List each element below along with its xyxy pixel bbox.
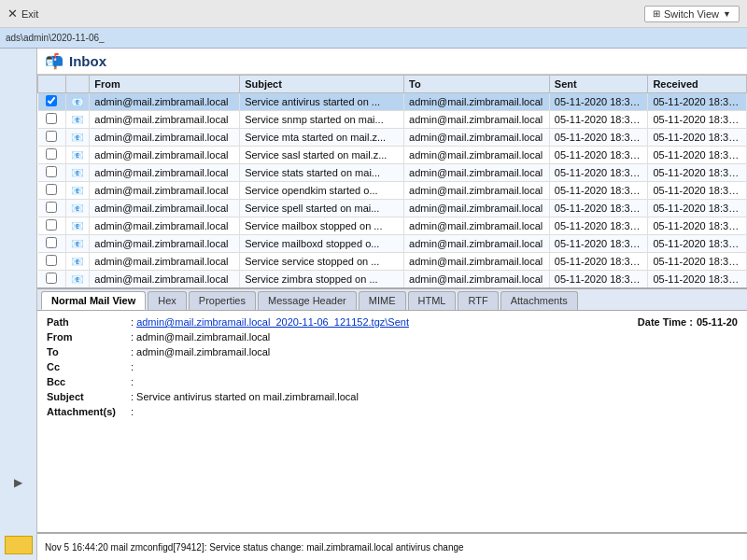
col-header-to[interactable]: To (404, 76, 550, 93)
table-row[interactable]: 📧 admin@mail.zimbramail.local Service ma… (38, 217, 747, 235)
col-header-subject[interactable]: Subject (240, 76, 404, 93)
sidebar-collapse-arrow[interactable]: ▶ (14, 476, 22, 489)
email-sent: 05-11-2020 18:30:54 (549, 182, 648, 200)
subject-row: Subject : Service antivirus started on m… (47, 391, 738, 402)
email-sent: 05-11-2020 18:30:56 (549, 164, 648, 182)
email-subject: Service stats started on mai... (240, 164, 404, 182)
email-sent: 05-11-2020 18:30:54 (549, 147, 648, 164)
email-received: 05-11-2020 18:30:54 (648, 129, 747, 147)
email-to: admin@mail.zimbramail.local (404, 93, 550, 111)
email-from: admin@mail.zimbramail.local (90, 271, 240, 288)
bcc-label: Bcc (47, 376, 131, 387)
email-icon: 📧 (71, 114, 84, 125)
email-icon: 📧 (71, 220, 84, 231)
email-icon: 📧 (71, 96, 84, 107)
email-received: 05-11-2020 18:30:56 (648, 164, 747, 182)
tab-properties[interactable]: Properties (189, 291, 256, 310)
datetime-value: 05-11-20 (697, 316, 738, 328)
table-row[interactable]: 📧 admin@mail.zimbramail.local Service ma… (38, 235, 747, 253)
tab-attachments[interactable]: Attachments (500, 291, 578, 310)
tab-rtf[interactable]: RTF (458, 291, 498, 310)
table-row[interactable]: 📧 admin@mail.zimbramail.local Service sn… (38, 111, 747, 129)
email-icon-cell: 📧 (66, 200, 90, 217)
table-row[interactable]: 📧 admin@mail.zimbramail.local Service sa… (38, 147, 747, 164)
email-checkbox-cell[interactable] (38, 182, 66, 200)
attachments-label: Attachment(s) (47, 406, 131, 417)
email-subject: Service antivirus started on ... (240, 93, 404, 111)
tab-html[interactable]: HTML (408, 291, 457, 310)
switch-view-label: Switch View (664, 8, 719, 20)
email-icon-cell: 📧 (66, 129, 90, 147)
email-checkbox[interactable] (46, 255, 57, 266)
email-subject: Service snmp started on mai... (240, 111, 404, 129)
main-area: ▶ 📬 Inbox From Subject To Sent R (0, 49, 747, 560)
email-to: admin@mail.zimbramail.local (404, 235, 550, 253)
email-subject: Service zimbra stopped on ... (240, 271, 404, 288)
switch-view-icon: ⊞ (653, 8, 660, 19)
exit-label: Exit (21, 8, 38, 20)
email-checkbox-cell[interactable] (38, 164, 66, 182)
email-icon: 📧 (71, 167, 84, 178)
col-header-icon (66, 76, 90, 93)
email-from: admin@mail.zimbramail.local (90, 182, 240, 200)
email-icon: 📧 (71, 238, 84, 249)
email-checkbox[interactable] (46, 219, 57, 231)
email-checkbox[interactable] (46, 166, 57, 177)
tabs-bar: Normal Mail ViewHexPropertiesMessage Hea… (37, 289, 747, 311)
sidebar-bottom-button[interactable] (5, 536, 33, 554)
tab-hex[interactable]: Hex (148, 291, 187, 310)
email-to: admin@mail.zimbramail.local (404, 129, 550, 147)
tab-mime[interactable]: MIME (359, 291, 406, 310)
path-link[interactable]: admin@mail.zimbramail.local_2020-11-06_1… (136, 316, 409, 328)
email-checkbox-cell[interactable] (38, 129, 66, 147)
email-from: admin@mail.zimbramail.local (90, 164, 240, 182)
col-header-sent[interactable]: Sent (549, 76, 648, 93)
subject-value: : Service antivirus started on mail.zimb… (131, 391, 738, 402)
email-icon-cell: 📧 (66, 235, 90, 253)
email-checkbox[interactable] (46, 95, 57, 106)
cc-value: : (131, 361, 738, 372)
email-icon-cell: 📧 (66, 217, 90, 235)
email-checkbox-cell[interactable] (38, 93, 66, 111)
email-checkbox[interactable] (46, 148, 57, 160)
email-checkbox[interactable] (46, 237, 57, 248)
log-text: Nov 5 16:44:20 mail zmconfigd[79412]: Se… (45, 542, 464, 553)
email-checkbox[interactable] (46, 202, 57, 213)
table-row[interactable]: 📧 admin@mail.zimbramail.local Service st… (38, 164, 747, 182)
switch-view-button[interactable]: ⊞ Switch View ▼ (644, 6, 740, 22)
email-to: admin@mail.zimbramail.local (404, 200, 550, 217)
exit-icon: ✕ (7, 7, 18, 21)
email-checkbox[interactable] (46, 131, 57, 142)
table-row[interactable]: 📧 admin@mail.zimbramail.local Service zi… (38, 271, 747, 288)
email-checkbox[interactable] (46, 184, 57, 195)
table-row[interactable]: 📧 admin@mail.zimbramail.local Service op… (38, 182, 747, 200)
email-from: admin@mail.zimbramail.local (90, 93, 240, 111)
email-from: admin@mail.zimbramail.local (90, 129, 240, 147)
email-sent: 05-11-2020 18:30:57 (549, 235, 648, 253)
email-checkbox[interactable] (46, 273, 57, 284)
tab-message-header[interactable]: Message Header (258, 291, 357, 310)
email-checkbox[interactable] (46, 113, 57, 124)
email-checkbox-cell[interactable] (38, 217, 66, 235)
email-checkbox-cell[interactable] (38, 111, 66, 129)
table-row[interactable]: 📧 admin@mail.zimbramail.local Service an… (38, 93, 747, 111)
email-checkbox-cell[interactable] (38, 235, 66, 253)
table-row[interactable]: 📧 admin@mail.zimbramail.local Service se… (38, 253, 747, 271)
email-icon-cell: 📧 (66, 182, 90, 200)
col-header-received[interactable]: Received (648, 76, 747, 93)
email-to: admin@mail.zimbramail.local (404, 182, 550, 200)
email-sent: 05-11-2020 18:30:56 (549, 217, 648, 235)
table-row[interactable]: 📧 admin@mail.zimbramail.local Service sp… (38, 200, 747, 217)
email-checkbox-cell[interactable] (38, 200, 66, 217)
tab-normal-mail-view[interactable]: Normal Mail View (41, 291, 146, 310)
email-sent: 05-11-2020 18:30:55 (549, 200, 648, 217)
email-checkbox-cell[interactable] (38, 253, 66, 271)
col-header-from[interactable]: From (90, 76, 240, 93)
email-checkbox-cell[interactable] (38, 271, 66, 288)
email-sent: 05-11-2020 18:30:57 (549, 271, 648, 288)
from-label: From (47, 331, 131, 343)
table-row[interactable]: 📧 admin@mail.zimbramail.local Service mt… (38, 129, 747, 147)
email-checkbox-cell[interactable] (38, 147, 66, 164)
exit-button[interactable]: ✕ Exit (7, 7, 38, 21)
email-sent: 05-11-2020 18:30:53 (549, 93, 648, 111)
